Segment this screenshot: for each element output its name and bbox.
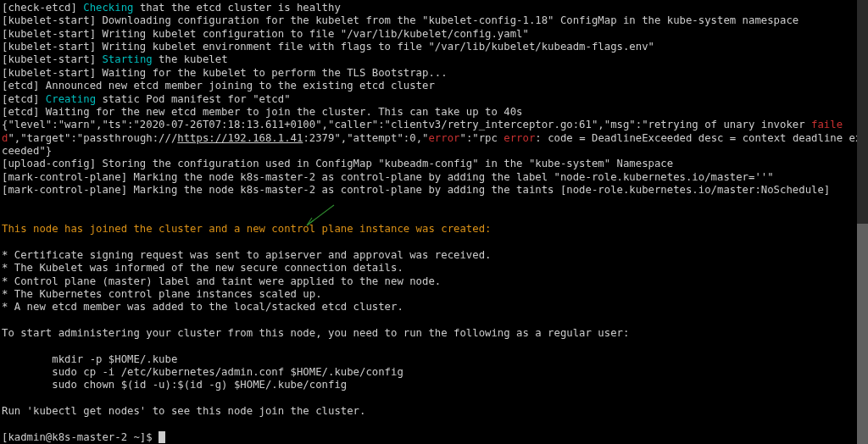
prompt: [kadmin@k8s-master-2 ~]$ (2, 431, 159, 443)
line: [etcd] Waiting for the new etcd member t… (2, 106, 522, 118)
line: * A new etcd member was added to the loc… (2, 301, 403, 313)
line: [check-etcd] Checking that the etcd clus… (2, 2, 341, 14)
line: * Control plane (master) label and taint… (2, 275, 441, 287)
line: [kubelet-start] Writing kubelet configur… (2, 28, 529, 40)
line: [kubelet-start] Waiting for the kubelet … (2, 67, 448, 79)
line: [kubelet-start] Downloading configuratio… (2, 14, 798, 26)
line: [kubelet-start] Writing kubelet environm… (2, 41, 654, 53)
line: * Certificate signing request was sent t… (2, 249, 491, 261)
line: {"level":"warn","ts":"2020-07-26T07:18:1… (2, 119, 861, 157)
line: mkdir -p $HOME/.kube (2, 353, 177, 365)
cursor (159, 431, 165, 443)
terminal-output[interactable]: [check-etcd] Checking that the etcd clus… (0, 0, 868, 444)
line: [kubelet-start] Starting the kubelet (2, 53, 228, 65)
line: [etcd] Creating static Pod manifest for … (2, 93, 291, 105)
line: * The Kubernetes control plane instances… (2, 288, 322, 300)
scrollbar-thumb[interactable] (857, 224, 868, 444)
line: [mark-control-plane] Marking the node k8… (2, 171, 774, 183)
line: * The Kubelet was informed of the new se… (2, 262, 403, 274)
line: sudo chown $(id -u):$(id -g) $HOME/.kube… (2, 379, 347, 391)
line: [etcd] Announced new etcd member joining… (2, 80, 435, 92)
line: sudo cp -i /etc/kubernetes/admin.conf $H… (2, 366, 403, 378)
line: [mark-control-plane] Marking the node k8… (2, 184, 830, 196)
line: Run 'kubectl get nodes' to see this node… (2, 405, 365, 417)
line: To start administering your cluster from… (2, 327, 629, 339)
success-message: This node has joined the cluster and a n… (2, 223, 491, 235)
line: [upload-config] Storing the configuratio… (2, 158, 673, 169)
